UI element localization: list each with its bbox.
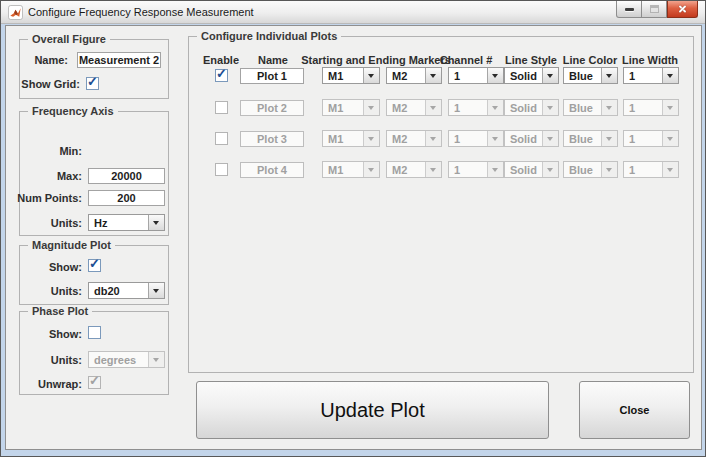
- markers-column-header: Starting and Ending Markers: [296, 54, 456, 66]
- chevron-down-icon: [542, 162, 558, 177]
- phase-plot-group-title: Phase Plot: [28, 305, 92, 317]
- show-grid-checkbox[interactable]: [86, 77, 99, 90]
- marker-end-value: M2: [392, 70, 407, 82]
- unwrap-label: Unwrap:: [38, 378, 82, 390]
- channel-dropdown[interactable]: 1: [448, 67, 504, 84]
- marker-start-value: M1: [328, 70, 343, 82]
- chevron-down-icon: [425, 131, 441, 146]
- num-points-field[interactable]: [88, 190, 165, 206]
- check-icon: [87, 74, 100, 89]
- chevron-down-icon: [542, 100, 558, 115]
- chevron-down-icon: [662, 162, 678, 177]
- plot-name-field: [240, 162, 304, 178]
- name-column-header: Name: [243, 54, 303, 66]
- line-color-dropdown: Blue: [563, 99, 618, 116]
- freq-units-dropdown[interactable]: Hz: [88, 214, 165, 231]
- line-color-value: Blue: [569, 70, 593, 82]
- chevron-down-icon: [148, 352, 164, 367]
- marker-start-value: M1: [328, 164, 343, 176]
- plot-name-field: [240, 100, 304, 116]
- line-style-value: Solid: [510, 70, 537, 82]
- line-color-dropdown[interactable]: Blue: [563, 67, 618, 84]
- line-width-dropdown: 1: [623, 99, 679, 116]
- plot-enable-checkbox[interactable]: [215, 132, 228, 145]
- line-width-value: 1: [629, 164, 635, 176]
- line-color-dropdown: Blue: [563, 161, 618, 178]
- marker-end-dropdown[interactable]: M2: [386, 67, 442, 84]
- magnitude-show-label: Show:: [49, 261, 82, 273]
- marker-end-dropdown: M2: [386, 130, 442, 147]
- close-button[interactable]: Close: [579, 381, 690, 439]
- figure-name-field[interactable]: [77, 52, 161, 68]
- overall-figure-group-title: Overall Figure: [28, 33, 110, 45]
- chevron-down-icon: [662, 131, 678, 146]
- phase-show-checkbox[interactable]: [88, 326, 101, 339]
- freq-max-field[interactable]: [88, 168, 165, 184]
- line-color-value: Blue: [569, 164, 593, 176]
- phase-units-dropdown: degrees: [88, 351, 165, 368]
- line-color-column-header: Line Color: [560, 54, 620, 66]
- freq-units-value: Hz: [94, 217, 107, 229]
- chevron-down-icon: [487, 100, 503, 115]
- line-style-dropdown: Solid: [504, 161, 559, 178]
- marker-start-dropdown: M1: [322, 130, 380, 147]
- plot-row-4: M1 M2 1 Solid Blue 1: [189, 161, 693, 181]
- line-style-column-header: Line Style: [501, 54, 561, 66]
- marker-start-dropdown: M1: [322, 99, 380, 116]
- update-plot-button[interactable]: Update Plot: [196, 381, 549, 439]
- chevron-down-icon: [363, 100, 379, 115]
- chevron-down-icon: [601, 162, 617, 177]
- phase-show-label: Show:: [49, 328, 82, 340]
- chevron-down-icon: [148, 283, 164, 298]
- chevron-down-icon: [601, 131, 617, 146]
- channel-dropdown: 1: [448, 161, 504, 178]
- chevron-down-icon: [662, 68, 678, 83]
- check-icon: [89, 256, 102, 271]
- frequency-axis-group: Frequency Axis Min: Max: Num Points: Uni…: [19, 111, 169, 236]
- frequency-axis-group-title: Frequency Axis: [28, 105, 118, 117]
- chevron-down-icon: [425, 162, 441, 177]
- enable-column-header: Enable: [191, 54, 251, 66]
- plot-row-3: M1 M2 1 Solid Blue 1: [189, 130, 693, 150]
- plot-enable-checkbox[interactable]: [215, 163, 228, 176]
- line-width-dropdown: 1: [623, 161, 679, 178]
- chevron-down-icon: [363, 162, 379, 177]
- chevron-down-icon: [662, 100, 678, 115]
- chevron-down-icon: [487, 162, 503, 177]
- min-label: Min:: [59, 145, 82, 157]
- line-width-column-header: Line Width: [620, 54, 680, 66]
- plot-row-1: M1 M2 1 Solid Blue 1: [189, 67, 693, 87]
- line-style-value: Solid: [510, 164, 537, 176]
- individual-plots-group-title: Configure Individual Plots: [197, 30, 341, 42]
- line-width-value: 1: [629, 102, 635, 114]
- phase-units-label: Units:: [51, 354, 82, 366]
- plot-enable-checkbox[interactable]: [215, 101, 228, 114]
- chevron-down-icon: [487, 68, 503, 83]
- line-style-value: Solid: [510, 133, 537, 145]
- unwrap-checkbox: [88, 376, 101, 389]
- plot-enable-checkbox[interactable]: [215, 69, 228, 82]
- marker-start-dropdown[interactable]: M1: [322, 67, 380, 84]
- chevron-down-icon: [425, 100, 441, 115]
- chevron-down-icon: [601, 68, 617, 83]
- chevron-down-icon: [425, 68, 441, 83]
- channel-value: 1: [454, 70, 460, 82]
- channel-value: 1: [454, 133, 460, 145]
- magnitude-units-dropdown[interactable]: db20: [88, 282, 165, 299]
- magnitude-units-label: Units:: [51, 285, 82, 297]
- chevron-down-icon: [363, 68, 379, 83]
- magnitude-show-checkbox[interactable]: [88, 259, 101, 272]
- max-label: Max:: [57, 170, 82, 182]
- magnitude-plot-group-title: Magnitude Plot: [28, 239, 115, 251]
- channel-value: 1: [454, 102, 460, 114]
- show-grid-label: Show Grid:: [21, 78, 80, 90]
- chevron-down-icon: [148, 215, 164, 230]
- line-width-dropdown[interactable]: 1: [623, 67, 679, 84]
- individual-plots-group: Configure Individual Plots Enable Name S…: [188, 36, 694, 373]
- marker-end-dropdown: M2: [386, 161, 442, 178]
- overall-figure-group: Overall Figure Name: Show Grid:: [19, 39, 169, 99]
- magnitude-plot-group: Magnitude Plot Show: Units: db20: [19, 245, 169, 305]
- line-style-dropdown[interactable]: Solid: [504, 67, 559, 84]
- channel-value: 1: [454, 164, 460, 176]
- plot-name-field[interactable]: [240, 68, 304, 84]
